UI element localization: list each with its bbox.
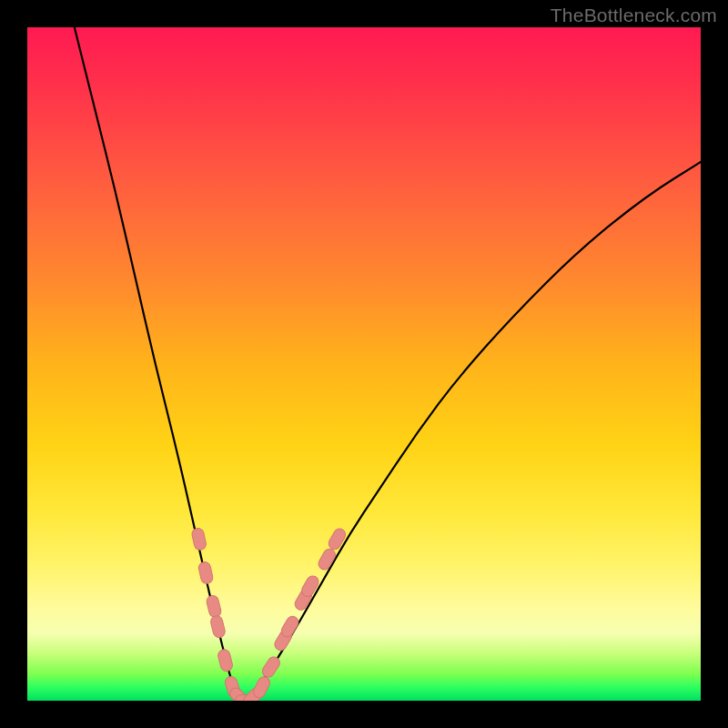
svg-rect-3 [209, 614, 226, 638]
svg-rect-1 [197, 561, 214, 584]
svg-rect-4 [217, 648, 233, 672]
watermark-label: TheBottleneck.com [551, 5, 717, 26]
highlight-marker [191, 527, 207, 551]
chart-svg [27, 27, 701, 701]
curve-layer [75, 27, 701, 701]
highlight-marker [197, 561, 214, 584]
svg-rect-10 [260, 654, 282, 679]
svg-rect-16 [327, 527, 348, 551]
svg-rect-2 [206, 594, 222, 618]
highlight-marker [327, 527, 348, 551]
highlight-marker [217, 648, 233, 672]
marker-layer [191, 527, 348, 701]
highlight-marker [209, 614, 226, 638]
plot-area [27, 27, 701, 701]
bottleneck-curve-path [75, 27, 701, 701]
app-frame: TheBottleneck.com [0, 0, 728, 728]
svg-rect-0 [191, 527, 207, 551]
highlight-marker [206, 594, 222, 618]
highlight-marker [260, 654, 282, 679]
